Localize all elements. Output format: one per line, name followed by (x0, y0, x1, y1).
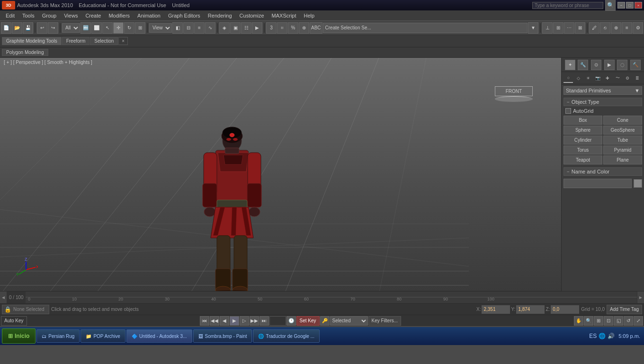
prev-frame-btn[interactable]: ◀◀ (210, 316, 219, 326)
field-of-view-btn[interactable]: ◱ (614, 316, 623, 326)
quickrender-btn[interactable]: ▶ (252, 22, 262, 34)
key-point-btn[interactable]: 🔑 (320, 316, 330, 326)
named-sel-dropdown[interactable]: ▼ (528, 22, 538, 34)
selection-lock-area[interactable]: 🔒 None Selected (2, 305, 49, 314)
select-filter[interactable]: All (62, 23, 80, 33)
play-selected-btn[interactable]: ▷ (240, 316, 249, 326)
timeline-scroll-right[interactable]: ► (637, 291, 644, 304)
prim-box[interactable]: Box (564, 116, 602, 125)
category-dropdown[interactable]: Standard Primitives ▼ (564, 86, 642, 95)
menu-help[interactable]: Help (300, 12, 319, 19)
menu-graph-editors[interactable]: Graph Editors (164, 12, 204, 19)
close-button[interactable]: × (635, 2, 642, 9)
material-btn[interactable]: ◈ (219, 22, 230, 34)
key-select-dropdown[interactable]: Selected (330, 316, 368, 326)
array-btn[interactable]: ⊞ (553, 22, 564, 34)
xref-btn[interactable]: ⊕ (611, 22, 621, 34)
lights-icon[interactable]: ☀ (583, 73, 593, 83)
edit-named[interactable]: ABC (310, 22, 322, 34)
schematic-btn[interactable]: ⎋ (600, 22, 610, 34)
auto-key-button[interactable]: Auto Key (1, 316, 27, 326)
select-tool[interactable]: ↖ (102, 22, 113, 34)
prim-tube[interactable]: Tube (603, 136, 642, 145)
tab-selection[interactable]: Selection (90, 37, 118, 45)
taskbar-item-1[interactable]: 📁 POP Archive (80, 329, 125, 343)
spacewarps-icon[interactable]: 〜 (613, 73, 622, 83)
name-color-header[interactable]: − Name and Color (564, 167, 642, 176)
autogrid-checkbox[interactable] (565, 108, 571, 114)
systems-icon[interactable]: ⚙ (623, 73, 632, 83)
clone-btn[interactable]: ⊠ (575, 22, 585, 34)
zoom-extents-btn[interactable]: ⊞ (594, 316, 603, 326)
spinner-snap[interactable]: ⊕ (299, 22, 309, 34)
percent-snap[interactable]: % (288, 22, 298, 34)
reactor-btn[interactable]: ⚙ (633, 22, 643, 34)
object-name-input[interactable] (564, 179, 632, 188)
menu-views[interactable]: Views (60, 12, 81, 19)
prim-pyramid[interactable]: Pyramid (603, 146, 642, 155)
taskbar-item-0[interactable]: 🗂 Persian Rug (36, 329, 80, 343)
curve-btn[interactable]: ∿ (205, 22, 215, 34)
x-coord-input[interactable] (482, 305, 510, 314)
zoom-viewport-btn[interactable]: 🔍 (584, 316, 593, 326)
mirror-btn[interactable]: ◧ (172, 22, 183, 34)
menu-create[interactable]: Create (81, 12, 105, 19)
select-move[interactable]: ✛ (113, 22, 124, 34)
menu-animation[interactable]: Animation (134, 12, 164, 19)
prim-teapot[interactable]: Teapot (564, 155, 602, 164)
viewport[interactable]: FRONT [ + ] [ Perspective ] [ Smooth + H… (0, 58, 561, 291)
snap-btn[interactable]: 3 (266, 22, 277, 34)
new-btn[interactable]: 📄 (1, 22, 11, 34)
y-coord-input[interactable] (516, 305, 545, 314)
create-panel-icon[interactable]: ✦ (565, 60, 575, 70)
sets-icon[interactable]: ≣ (633, 73, 642, 83)
key-mode-btn[interactable]: ⏮ (200, 316, 209, 326)
minimize-button[interactable]: − (617, 2, 625, 9)
prim-sphere[interactable]: Sphere (564, 126, 602, 135)
menu-edit[interactable]: Edit (2, 12, 18, 19)
prim-geosphere[interactable]: GeoSphere (603, 126, 642, 135)
undo-btn[interactable]: ↩ (37, 22, 47, 34)
ribbon-close[interactable]: × (118, 37, 128, 45)
tab-graphite[interactable]: Graphite Modeling Tools (2, 37, 62, 45)
set-key-button[interactable]: Set Key (296, 316, 320, 326)
redo-btn[interactable]: ↪ (48, 22, 58, 34)
open-btn[interactable]: 📂 (12, 22, 22, 34)
pan-viewport-btn[interactable]: ✋ (574, 316, 583, 326)
play-btn[interactable]: ▶ (230, 316, 239, 326)
rect-select[interactable]: ⬜ (91, 22, 102, 34)
helpers-icon[interactable]: ✚ (603, 73, 612, 83)
curves-btn2[interactable]: 🖉 (589, 22, 599, 34)
save-btn[interactable]: 💾 (23, 22, 33, 34)
search-button[interactable]: 🔍 (605, 0, 616, 11)
sub-tab-polygon[interactable]: Polygon Modeling (2, 49, 48, 56)
cameras-icon[interactable]: 📷 (593, 73, 603, 83)
arc-rotate-btn[interactable]: ↺ (624, 316, 633, 326)
start-button[interactable]: ⊞ Inicio (2, 328, 36, 344)
menu-maxscript[interactable]: MAXScript (268, 12, 300, 19)
hierarchy-panel-icon[interactable]: ⊙ (591, 60, 601, 70)
menu-modifiers[interactable]: Modifiers (105, 12, 134, 19)
taskbar-item-2[interactable]: 🔷 Untitled - Autodesk 3... (126, 329, 192, 343)
spacing-btn[interactable]: ⋯ (564, 22, 574, 34)
key-filters-button[interactable]: Key Filters... (368, 316, 402, 326)
prim-torus[interactable]: Torus (564, 146, 602, 155)
restore-button[interactable]: □ (626, 2, 634, 9)
display-panel-icon[interactable]: ◌ (617, 60, 627, 70)
menu-group[interactable]: Group (38, 12, 61, 19)
time-config-btn[interactable]: 🕐 (286, 316, 296, 326)
viewport-container[interactable]: FRONT [ + ] [ Perspective ] [ Smooth + H… (0, 58, 561, 291)
select-by-name[interactable]: 🔤 (80, 22, 91, 34)
angle-snap[interactable]: ⌗ (277, 22, 287, 34)
prev-key-btn[interactable]: ◀ (220, 316, 229, 326)
geometry-icon[interactable]: ○ (564, 73, 573, 83)
view-select[interactable]: View (149, 23, 172, 33)
utilities-panel-icon[interactable]: 🔨 (630, 60, 641, 70)
zoom-extents-sel-btn[interactable]: ⊡ (604, 316, 613, 326)
object-type-header[interactable]: − Object Type (564, 98, 642, 106)
next-key-btn[interactable]: ▶▶ (250, 316, 259, 326)
prim-cone[interactable]: Cone (603, 116, 642, 125)
shapes-icon[interactable]: ◇ (573, 73, 583, 83)
next-frame-btn[interactable]: ⏭ (259, 316, 269, 326)
scale-tool[interactable]: ⊞ (135, 22, 145, 34)
